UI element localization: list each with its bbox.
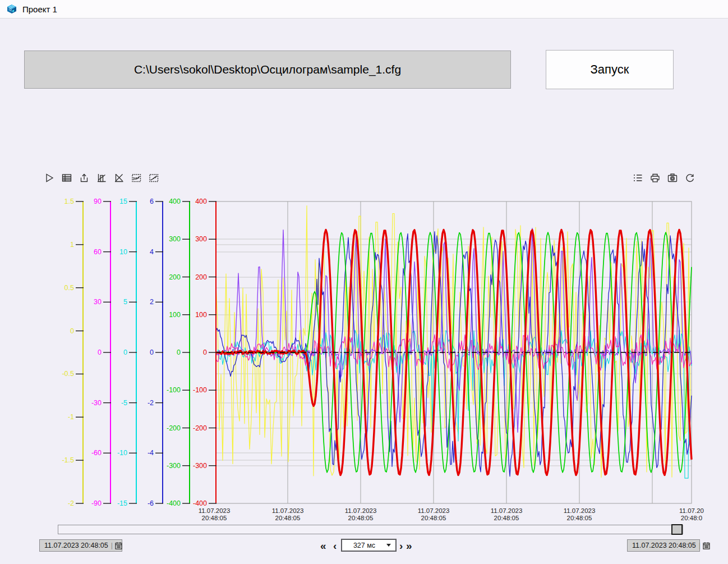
zoom-select-icon[interactable] — [96, 172, 107, 184]
axis-tick-label: -5 — [121, 399, 127, 407]
axis-tick-label: 90 — [94, 198, 102, 205]
zoom-reset-icon[interactable] — [113, 172, 125, 184]
axis-tick-label: 1.5 — [64, 198, 74, 205]
axis-tick-label: 200 — [195, 273, 207, 281]
axis-tick-label: -2 — [68, 499, 74, 507]
print-icon[interactable] — [649, 172, 661, 184]
time-tick-label: 11.07.202320:48:05 — [199, 507, 231, 521]
time-step-select[interactable]: 327 мс — [341, 539, 397, 552]
end-datetime-field[interactable]: 11.07.2023 20:48:05 | — [627, 539, 700, 552]
chart-scrollbar[interactable] — [58, 525, 683, 534]
time-tick-label: 11.07.202320:48:05 — [418, 507, 450, 521]
time-tick-label: 11.07.202320:48:05 — [564, 507, 596, 521]
time-tick-label: 11.07.202320:48:05 — [345, 507, 377, 521]
scrollbar-thumb[interactable] — [671, 524, 683, 535]
axis-tick-label: 10 — [119, 248, 127, 256]
axis-tick-label: 100 — [169, 311, 181, 319]
axis-tick-label: -200 — [193, 424, 207, 432]
axis-tick-label: 300 — [195, 235, 207, 243]
axis-tick-label: 4 — [150, 248, 154, 256]
axis-tick-label: -60 — [91, 449, 102, 457]
time-step-value: 327 мс — [342, 542, 386, 549]
titlebar: Проект 1 — [0, 0, 728, 19]
time-tick-label: 11.07.2020:48:0 — [679, 507, 704, 521]
axis-tick-label: 400 — [169, 198, 181, 205]
nav-prev-button[interactable]: ‹ — [333, 539, 337, 552]
refresh-icon[interactable] — [684, 172, 695, 184]
end-datetime-value: 11.07.2023 20:48:05 — [628, 542, 699, 549]
run-button[interactable]: Запуск — [546, 50, 674, 89]
axis-tick-label: -200 — [167, 424, 181, 432]
axis-tick-label: 15 — [119, 198, 127, 205]
axis-tick-label: -30 — [91, 399, 102, 407]
start-datetime-value: 11.07.2023 20:48:05 — [40, 542, 111, 549]
curves-scale-icon[interactable] — [148, 172, 159, 184]
axis-tick-label: 6 — [150, 198, 154, 205]
axis-tick-label: 5 — [123, 298, 127, 306]
axis-tick-label: -300 — [167, 462, 181, 470]
axis-tick-label: 0 — [98, 349, 102, 356]
calendar-icon[interactable] — [114, 542, 123, 550]
axis-tick-label: 0.5 — [64, 284, 74, 292]
axis-tick-label: -1 — [68, 413, 74, 421]
chart-toolbar-right — [632, 172, 695, 186]
axis-tick-label: -15 — [117, 499, 127, 507]
axis-tick-label: 200 — [169, 273, 181, 281]
channels-list-icon[interactable] — [632, 172, 643, 184]
nav-next-button[interactable]: › — [399, 539, 403, 552]
axis-tick-label: 60 — [94, 248, 102, 256]
axis-tick-label: 0 — [177, 349, 181, 356]
file-path-field[interactable]: C:\Users\sokol\Desktop\Осцилограм\sample… — [24, 51, 511, 89]
curves-overlay-icon[interactable] — [131, 172, 142, 184]
start-datetime-field[interactable]: 11.07.2023 20:48:05 | — [39, 539, 122, 552]
axis-tick-label: -2 — [148, 399, 154, 407]
nav-last-button[interactable]: » — [406, 539, 412, 552]
axis-tick-label: -6 — [148, 499, 154, 507]
app-window: { "window": { "title": "Проект 1" }, "fi… — [0, 0, 728, 564]
axis-tick-label: 100 — [195, 311, 207, 319]
axis-tick-label: -90 — [91, 499, 102, 507]
nav-first-button[interactable]: « — [320, 539, 326, 552]
axis-tick-label: 2 — [150, 298, 154, 306]
axis-tick-label: -0.5 — [62, 370, 74, 378]
calendar-icon[interactable] — [702, 542, 711, 550]
export-icon[interactable] — [79, 172, 90, 184]
play-icon[interactable] — [44, 172, 55, 184]
chart-toolbar-left — [44, 172, 159, 186]
axis-tick-label: 0 — [203, 349, 207, 356]
window-title: Проект 1 — [22, 4, 57, 14]
axis-tick-label: -100 — [193, 386, 207, 394]
axis-tick-label: -4 — [148, 449, 154, 457]
time-tick-label: 11.07.202320:48:05 — [491, 507, 523, 521]
axis-tick-label: -400 — [193, 499, 207, 507]
axis-tick-label: 300 — [169, 235, 181, 243]
axis-tick-label: -1.5 — [62, 456, 74, 464]
axis-tick-label: 0 — [150, 349, 154, 356]
waveform-traces — [216, 206, 692, 479]
axis-tick-label: -400 — [167, 499, 181, 507]
axis-tick-label: -10 — [117, 449, 127, 457]
time-tick-label: 11.07.202320:48:05 — [272, 507, 304, 521]
axis-tick-label: -100 — [167, 386, 181, 394]
app-logo-icon — [6, 3, 18, 15]
axis-tick-label: -300 — [193, 462, 207, 470]
time-axis-labels: 11.07.202320:48:0511.07.202320:48:0511.0… — [199, 507, 704, 521]
axis-tick-label: 0 — [123, 349, 127, 356]
axis-tick-label: 400 — [195, 198, 207, 205]
axis-tick-label: 1 — [70, 241, 74, 249]
axis-tick-label: 30 — [94, 298, 102, 306]
chevron-down-icon — [386, 544, 391, 547]
value-axes: 1.510.50-0.5-1-1.5-29060300-30-60-901510… — [62, 198, 216, 507]
snapshot-icon[interactable] — [667, 172, 678, 184]
table-icon[interactable] — [61, 172, 72, 184]
axis-tick-label: 0 — [70, 327, 74, 335]
